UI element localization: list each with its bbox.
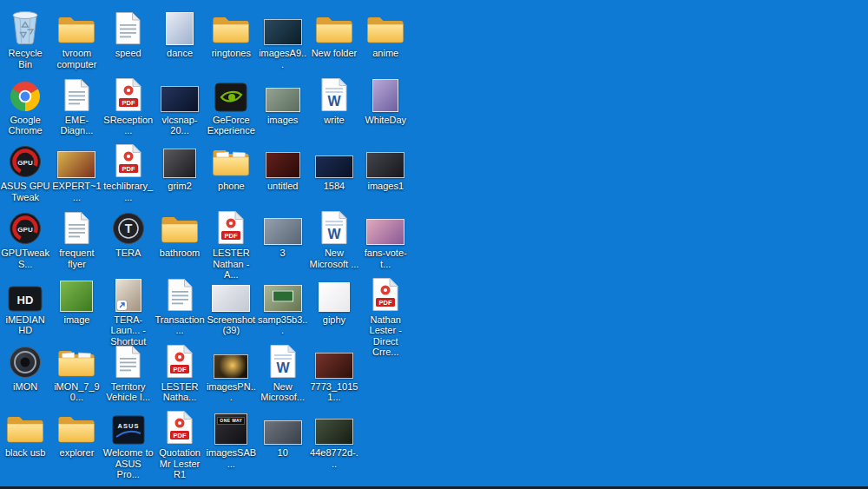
desktop-icon-1584[interactable]: 1584 (308, 140, 359, 192)
desktop-icon-nathan-lester-direct-crre[interactable]: PDFNathan Lester - Direct Crre... (360, 274, 411, 358)
desktop-icon-ringtones[interactable]: ringtones (206, 7, 257, 59)
desktop-icon-gputweaks[interactable]: GPUGPUTweakS... (0, 207, 51, 269)
icon-label: write (324, 115, 344, 126)
icon-label: 10 (278, 447, 288, 459)
asus-setup-icon: ASUS (112, 415, 145, 445)
icon-label: vlcsnap-20... (155, 115, 205, 136)
chrome-art (10, 76, 41, 112)
desktop-icon-anime[interactable]: anime (360, 7, 411, 59)
desktop-icon-imagespn[interactable]: imagesPN... (206, 340, 257, 403)
image-thumbnail (212, 285, 250, 312)
doc-art (63, 76, 90, 112)
desktop-icon-frequent-flyer[interactable]: frequent flyer (51, 207, 102, 269)
icon-label: ringtones (212, 48, 251, 59)
desktop-icon-7773-10151[interactable]: 7773_10151... (308, 340, 359, 403)
image-thumbnail (366, 152, 404, 178)
desktop-icon-image[interactable]: image (51, 274, 102, 326)
image-thumbnail (264, 420, 302, 445)
image-art (57, 142, 95, 178)
desktop-icon-imagesa9[interactable]: imagesA9... (257, 7, 308, 69)
desktop-icon-eme-diagn[interactable]: EME-Diagn... (51, 74, 102, 136)
pdf-icon: PDF (165, 410, 194, 445)
image-thumbnail (264, 218, 302, 245)
image-thumbnail (266, 88, 300, 112)
desktop-icon-imon[interactable]: iMON (0, 340, 51, 393)
svg-text:W: W (276, 360, 290, 375)
desktop-icon-quotation-mr-lester-r1[interactable]: PDFQuotation Mr Lester R1 (154, 406, 205, 480)
desktop-icon-screenshot-39[interactable]: Screenshot (39) (206, 274, 257, 336)
desktop-icon-google-chrome[interactable]: Google Chrome (0, 74, 51, 136)
image-thumbnail (161, 86, 199, 112)
desktop-icon-welcome-to-asus-pro[interactable]: ASUSWelcome to ASUS Pro... (102, 406, 154, 480)
desktop-icon-new-folder[interactable]: New folder (308, 7, 359, 59)
desktop-icon-giphy[interactable]: giphy (308, 274, 359, 326)
desktop-icon-write[interactable]: Wwrite (308, 74, 359, 126)
desktop-icon-geforce-experience[interactable]: GeForce Experience (206, 74, 257, 136)
icon-label: GPUTweakS... (0, 248, 50, 269)
icon-label: grim2 (168, 181, 192, 192)
desktop-icon-images[interactable]: images (257, 74, 308, 126)
desktop-icon-tera-laun-shortcut[interactable]: TERA-Laun... - Shortcut (102, 274, 154, 347)
desktop-icon-imagessab[interactable]: ONE WAYimagesSAB... (206, 406, 257, 469)
desktop-icon-expert-1[interactable]: EXPERT~1... (51, 140, 102, 202)
desktop-icon-territory-vehicle-i[interactable]: Territory Vehicle I... (102, 340, 154, 403)
desktop-icon-dance[interactable]: dance (154, 7, 205, 59)
document-icon (63, 78, 90, 112)
svg-text:GPU: GPU (17, 159, 33, 167)
word-doc-icon: W (319, 77, 350, 112)
desktop-icon-lester-nathan-a[interactable]: PDFLESTER Nathan - A... (206, 207, 257, 281)
pdf-icon: PDF (371, 277, 400, 312)
icon-label: imagesSAB... (206, 447, 256, 469)
icon-label: EXPERT~1... (51, 181, 102, 202)
desktop-icon-vlcsnap-20[interactable]: vlcsnap-20... (154, 74, 205, 136)
desktop-icon-fans-vote-t[interactable]: fans-vote-t... (360, 207, 411, 269)
desktop-icon-grim2[interactable]: grim2 (154, 140, 205, 192)
desktop-icon-asus-gpu-tweak[interactable]: GPUASUS GPU Tweak (0, 140, 51, 202)
light-flare (214, 355, 247, 378)
imedian-hd-icon: HD (8, 286, 43, 312)
desktop-icon-3[interactable]: 3 (257, 207, 308, 259)
svg-text:PDF: PDF (174, 432, 187, 439)
recycle-bin-art (10, 9, 41, 45)
desktop-icon-images1[interactable]: images1 (360, 140, 411, 192)
desktop-icon-black-usb[interactable]: black usb (0, 406, 51, 459)
image-art (115, 275, 141, 312)
image-art (315, 142, 353, 178)
desktop-icon-recycle-bin[interactable]: Recycle Bin (0, 7, 51, 69)
icon-label: 3 (280, 248, 286, 259)
desktop-icon-transaction[interactable]: Transaction... (154, 274, 205, 336)
desktop-icon-lester-natha[interactable]: PDFLESTER Natha... (154, 340, 205, 403)
desktop-icon-samp35b3[interactable]: samp35b3... (257, 274, 308, 336)
desktop-icon-imon-7-90[interactable]: iMON_7_90... (51, 340, 102, 403)
desktop-icon-10[interactable]: 10 (257, 406, 308, 459)
desktop-icon-techlibrary[interactable]: PDFtechlibrary_... (102, 140, 154, 202)
imon-knob-icon (9, 346, 42, 379)
icon-label: EME-Diagn... (51, 115, 102, 136)
desktop-icon-new-microsof[interactable]: WNew Microsof... (257, 340, 308, 403)
desktop-icon-explorer[interactable]: explorer (51, 406, 102, 459)
desktop-icon-bathroom[interactable]: bathroom (154, 207, 205, 259)
desktop-icon-44e8772d[interactable]: 44e8772d-... (308, 406, 359, 469)
desktop-icon-speed[interactable]: speed (102, 7, 154, 59)
desktop-icon-tera[interactable]: TTERA (102, 207, 154, 259)
image-art (319, 275, 350, 312)
folder-art (161, 208, 199, 245)
desktop-icon-sreception[interactable]: PDFSReception... (102, 74, 154, 136)
desktop-icon-phone[interactable]: phone (206, 140, 257, 192)
desktop-icon-new-microsoft[interactable]: WNew Microsoft ... (308, 207, 359, 269)
desktop-icon-imedian-hd[interactable]: HDiMEDIAN HD (0, 274, 51, 336)
icon-label: black usb (5, 447, 45, 459)
image-art (264, 275, 302, 312)
desktop[interactable]: Recycle Bintvroom computerspeeddancering… (0, 0, 868, 489)
svg-text:W: W (327, 94, 341, 109)
desktop-icon-untitled[interactable]: untitled (257, 140, 308, 192)
desktop-icon-whiteday[interactable]: WhiteDay (360, 74, 411, 126)
icon-label: bathroom (160, 248, 200, 259)
gpu-tweak-gauge-icon: GPU (9, 212, 42, 245)
svg-text:PDF: PDF (122, 98, 135, 106)
icon-label: GeForce Experience (206, 115, 256, 136)
icon-label: iMON (13, 381, 37, 393)
desktop-icon-tvroom-computer[interactable]: tvroom computer (51, 7, 102, 69)
image-thumbnail (366, 219, 404, 245)
svg-text:PDF: PDF (225, 232, 238, 240)
